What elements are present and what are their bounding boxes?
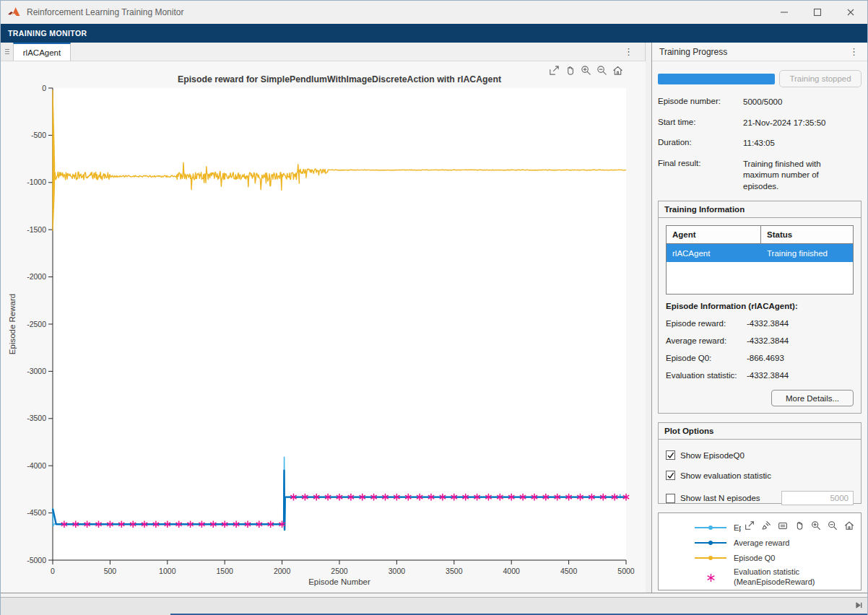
maximize-button[interactable] — [801, 1, 834, 24]
field-label: Evaluation statistic: — [666, 371, 747, 380]
export-icon[interactable] — [547, 63, 561, 77]
axes-toolbar — [547, 63, 625, 77]
table-header-row: Agent Status — [667, 226, 853, 244]
svg-text:-3000: -3000 — [27, 367, 46, 375]
episode-reward-row: Episode reward: -4332.3844 — [666, 319, 854, 328]
tab-rlacagent[interactable]: rlACAgent — [13, 43, 71, 61]
agent-status-table: Agent Status rlACAgent Training finished — [666, 225, 854, 295]
field-value: Training finished with maximum number of… — [743, 159, 853, 193]
progress-bar-fill — [658, 74, 775, 84]
start-time-row: Start time: 21-Nov-2024 17:35:50 — [658, 118, 862, 129]
show-last-n-episodes-checkbox[interactable]: Show last N episodes — [666, 491, 854, 505]
zoom-in-icon[interactable] — [809, 518, 823, 533]
progress-bar — [658, 74, 775, 84]
final-result-row: Final result: Training finished with max… — [658, 159, 862, 193]
svg-text:4000: 4000 — [503, 567, 521, 575]
legend-line-sample — [695, 524, 726, 531]
field-label: Average reward: — [666, 336, 747, 345]
legend-item-episode-q0[interactable]: Episode Q0 — [695, 550, 861, 565]
n-episodes-input[interactable] — [781, 491, 854, 505]
svg-text:-2000: -2000 — [27, 272, 46, 281]
drag-grip-icon[interactable] — [1, 43, 13, 61]
zoom-in-icon[interactable] — [578, 63, 593, 77]
field-label: Final result: — [658, 159, 743, 193]
pan-icon[interactable] — [792, 518, 807, 533]
more-details-button[interactable]: More Details... — [771, 390, 854, 406]
field-value: -4332.3844 — [747, 371, 789, 380]
field-value: 21-Nov-2024 17:35:50 — [743, 118, 853, 129]
column-header-status[interactable]: Status — [761, 226, 853, 244]
checkbox-icon — [666, 471, 675, 480]
home-icon[interactable] — [610, 63, 625, 77]
pan-icon[interactable] — [563, 63, 577, 77]
svg-text:2000: 2000 — [274, 567, 291, 575]
matlab-logo-icon — [8, 6, 21, 18]
tab-label: rlACAgent — [23, 48, 61, 57]
episode-info-title: Episode Information (rlACAgent): — [666, 302, 854, 310]
show-episodeq0-checkbox[interactable]: Show EpisodeQ0 — [666, 450, 854, 460]
svg-text:-4000: -4000 — [27, 461, 46, 470]
legend-item-evaluation-statistic[interactable]: Evaluation statistic (MeanEpisodeReward) — [695, 565, 861, 590]
svg-text:-500: -500 — [31, 131, 46, 139]
zoom-out-icon[interactable] — [594, 63, 609, 77]
svg-text:-4500: -4500 — [27, 508, 46, 517]
svg-text:3500: 3500 — [446, 567, 463, 575]
group-title: Plot Options — [659, 423, 861, 440]
field-label: Duration: — [658, 138, 743, 149]
legend-label: Average reward — [734, 538, 789, 547]
zoom-out-icon[interactable] — [825, 518, 840, 533]
asterisk-marker-icon — [695, 573, 726, 583]
skip-to-end-icon[interactable] — [855, 599, 863, 612]
legend-label: Evaluation statistic (MeanEpisodeReward) — [734, 567, 849, 588]
legend-label: Episode Q0 — [734, 554, 775, 562]
training-information-group: Training Information Agent Status rlACAg… — [658, 201, 862, 414]
svg-text:-1500: -1500 — [27, 225, 46, 234]
svg-text:-5000: -5000 — [27, 556, 46, 564]
svg-text:1500: 1500 — [217, 567, 234, 575]
table-row[interactable]: rlACAgent Training finished — [667, 244, 853, 262]
brush-icon[interactable] — [759, 518, 773, 533]
plot-options-group: Plot Options Show EpisodeQ0 Show evaluat… — [658, 422, 862, 504]
close-button[interactable] — [834, 1, 867, 24]
tab-strip-menu-icon[interactable]: ⋮ — [621, 46, 636, 57]
cell-status: Training finished — [761, 244, 853, 262]
field-label: Episode reward: — [666, 319, 747, 328]
panel-divider[interactable] — [646, 43, 652, 593]
svg-text:3000: 3000 — [389, 567, 406, 575]
svg-text:500: 500 — [104, 567, 117, 575]
home-icon[interactable] — [842, 518, 856, 533]
svg-text:0: 0 — [51, 567, 55, 575]
app-window: Reinforcement Learning Training Monitor … — [0, 0, 868, 615]
checkbox-icon — [666, 450, 675, 460]
toolstrip-tab-label[interactable]: TRAINING MONITOR — [8, 29, 87, 38]
panel-title: Training Progress — [659, 47, 727, 57]
svg-text:5000: 5000 — [617, 567, 635, 575]
legend-item-average-reward[interactable]: Average reward — [695, 535, 861, 550]
window-title: Reinforcement Learning Training Monitor — [27, 7, 183, 17]
episode-number-row: Episode number: 5000/5000 — [658, 97, 862, 108]
legend-axes-toolbar — [741, 518, 858, 533]
export-icon[interactable] — [742, 518, 757, 533]
svg-text:Episode Number: Episode Number — [308, 577, 370, 586]
data-tips-icon[interactable] — [776, 518, 790, 533]
checkbox-label: Show evaluation statistic — [680, 471, 771, 480]
minimize-button[interactable] — [768, 1, 801, 24]
svg-text:4500: 4500 — [560, 567, 578, 575]
svg-text:1000: 1000 — [159, 567, 176, 575]
show-evaluation-statistic-checkbox[interactable]: Show evaluation statistic — [666, 471, 854, 480]
training-stopped-button: Training stopped — [779, 70, 862, 87]
table-empty-area — [667, 262, 853, 294]
field-value: -866.4693 — [747, 354, 784, 362]
legend-panel: Episode reward Average reward Episode Q0 — [658, 512, 862, 590]
field-label: Start time: — [658, 118, 743, 129]
svg-text:-2500: -2500 — [27, 320, 46, 328]
field-value: 5000/5000 — [743, 97, 853, 108]
plot-panel: Episode reward for SimplePendlumWithImag… — [1, 61, 645, 593]
average-reward-row: Average reward: -4332.3844 — [666, 336, 854, 345]
field-label: Episode number: — [658, 97, 743, 108]
checkbox-label: Show EpisodeQ0 — [680, 451, 745, 460]
document-area: rlACAgent ⋮ — [1, 43, 646, 593]
column-header-agent[interactable]: Agent — [667, 226, 761, 244]
svg-text:2500: 2500 — [331, 567, 348, 575]
panel-menu-icon[interactable]: ⋮ — [846, 46, 862, 57]
